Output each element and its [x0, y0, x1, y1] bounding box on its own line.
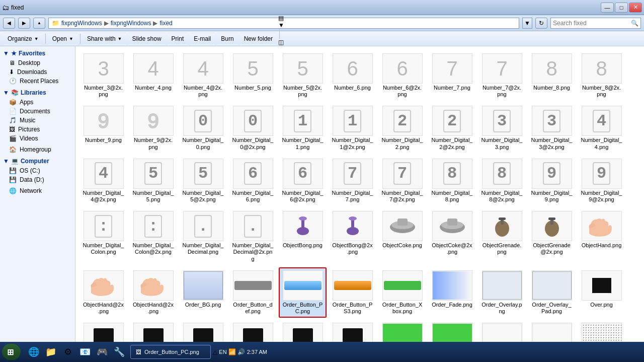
view-layout-button[interactable]: ▤: [278, 15, 284, 22]
active-window-taskbar-btn[interactable]: 🖼 Order_Button_PC.png: [130, 345, 211, 359]
file-item[interactable]: 6Number_Digital_6@2x.png: [279, 156, 327, 206]
forward-button[interactable]: ▶: [18, 18, 30, 29]
sidebar-item-downloads[interactable]: ⬇ Downloads: [0, 67, 75, 77]
file-item[interactable]: ObjectHand@2x.png: [129, 267, 177, 318]
file-item[interactable]: 0Number_Digital_0.png: [179, 103, 227, 153]
search-input[interactable]: [553, 20, 629, 27]
file-item[interactable]: ObjectHand.png: [578, 208, 625, 265]
file-item[interactable]: Order_Fade.png: [428, 267, 476, 318]
open-button[interactable]: Open ▼: [48, 33, 78, 45]
organize-button[interactable]: Organize ▼: [3, 33, 43, 45]
sidebar-item-network[interactable]: 🌐 Network: [0, 186, 75, 195]
file-item[interactable]: .Number_Digital_Decimal@2x.png: [229, 208, 277, 265]
sidebar-item-music[interactable]: 🎵 Music: [0, 116, 75, 125]
file-item[interactable]: ObjectHand@2x.png: [79, 267, 127, 318]
file-item[interactable]: 9Number_Digital_9.png: [528, 156, 576, 206]
slideshow-button[interactable]: Slide show: [128, 33, 166, 45]
start-button[interactable]: ⊞: [2, 344, 21, 360]
file-item[interactable]: ObjectBong@2x.png: [329, 208, 376, 265]
up-button[interactable]: ▲: [33, 18, 45, 29]
file-content[interactable]: 3Number_3@2x.png4Number_4.png4Number_4@2…: [75, 46, 644, 347]
file-item[interactable]: 7Number_7.png: [428, 50, 476, 101]
file-item[interactable]: 0Number_Digital_0@2x.png: [229, 103, 277, 153]
file-item[interactable]: ObjectCoke@2x.png: [428, 208, 476, 265]
file-item[interactable]: 5Number_5.png: [229, 50, 277, 101]
file-item[interactable]: ObjectCoke.png: [378, 208, 426, 265]
file-item[interactable]: Order_BG.png: [179, 267, 227, 318]
sidebar-item-desktop[interactable]: 🖥 Desktop: [0, 58, 75, 67]
file-item[interactable]: 8Number_8@2x.png: [578, 50, 625, 101]
view-size-button[interactable]: ▼: [278, 22, 284, 29]
file-item[interactable]: 4Number_Digital_4@2x.png: [79, 156, 127, 206]
sidebar-item-recent[interactable]: 🕐 Recent Places: [0, 77, 75, 86]
file-item[interactable]: Over.png: [578, 267, 625, 318]
file-item[interactable]: ObjectGrenade@2x.png: [528, 208, 576, 265]
sidebar-item-datadrive[interactable]: 💾 Data (D:): [0, 175, 75, 184]
file-item[interactable]: 7Number_Digital_7.png: [329, 156, 376, 206]
computer-header[interactable]: ▼ 💻 Computer: [0, 156, 75, 166]
minimize-button[interactable]: —: [601, 3, 614, 13]
file-item[interactable]: Order_Overlay_Pad.png: [528, 267, 576, 318]
file-item[interactable]: 9Number_Digital_9@2x.png: [578, 156, 625, 206]
file-item[interactable]: 1Number_Digital_1@2x.png: [329, 103, 376, 153]
file-item[interactable]: 6Number_6@2x.png: [378, 50, 426, 101]
address-dropdown[interactable]: ▼: [522, 18, 532, 29]
file-item[interactable]: 5Number_5@2x.png: [279, 50, 327, 101]
preview-pane-button[interactable]: ◫: [278, 39, 284, 46]
taskbar-app3-icon[interactable]: ⚙: [60, 344, 76, 360]
file-item[interactable]: 1Number_Digital_1.png: [279, 103, 327, 153]
favorites-header[interactable]: ▼ ★ Favorites: [0, 48, 75, 58]
taskbar-ie-icon[interactable]: 🌐: [26, 344, 42, 360]
print-button[interactable]: Print: [167, 33, 189, 45]
sidebar-item-videos[interactable]: 🎬 Videos: [0, 134, 75, 143]
file-item[interactable]: :Number_Digital_Colon@2x.png: [129, 208, 177, 265]
close-button[interactable]: ✕: [629, 3, 642, 13]
file-item[interactable]: 9Number_9.png: [79, 103, 127, 153]
taskbar-app6-icon[interactable]: 🔧: [111, 344, 127, 360]
taskbar-app4-icon[interactable]: 📧: [77, 344, 93, 360]
file-item[interactable]: 9Number_9@2x.png: [129, 103, 177, 153]
file-item[interactable]: 7Number_Digital_7@2x.png: [378, 156, 426, 206]
sidebar-item-osdrive[interactable]: 💾 OS (C:): [0, 166, 75, 175]
search-box[interactable]: 🔍: [550, 18, 641, 29]
file-item[interactable]: Order_Button_def.png: [229, 267, 277, 318]
taskbar-app5-icon[interactable]: 🎮: [94, 344, 110, 360]
file-item[interactable]: 4Number_Digital_4.png: [578, 103, 625, 153]
file-item[interactable]: ObjectBong.png: [279, 208, 327, 265]
file-item[interactable]: 3Number_Digital_3.png: [478, 103, 526, 153]
breadcrumb-3[interactable]: fixed: [159, 20, 172, 27]
file-item[interactable]: 8Number_8.png: [528, 50, 576, 101]
newfolder-button[interactable]: New folder: [239, 33, 277, 45]
clock[interactable]: 2:37 AM: [247, 349, 267, 355]
file-item[interactable]: 2Number_Digital_2.png: [378, 103, 426, 153]
sidebar-item-pictures[interactable]: 🖼 Pictures: [0, 125, 75, 134]
file-item[interactable]: Order_Button_PC.png: [279, 267, 327, 318]
share-button[interactable]: Share with ▼: [83, 33, 127, 45]
file-item[interactable]: 8Number_Digital_8@2x.png: [478, 156, 526, 206]
file-item[interactable]: 4Number_4.png: [129, 50, 177, 101]
file-item[interactable]: 8Number_Digital_8.png: [428, 156, 476, 206]
breadcrumb-1[interactable]: fixpngWindows: [61, 20, 102, 27]
sidebar-item-apps[interactable]: 📦 Apps: [0, 98, 75, 107]
file-item[interactable]: 7Number_7@2x.png: [478, 50, 526, 101]
file-item[interactable]: 2Number_Digital_2@2x.png: [428, 103, 476, 153]
maximize-button[interactable]: □: [615, 3, 628, 13]
breadcrumb-2[interactable]: fixpngWindows: [111, 20, 151, 27]
libraries-header[interactable]: ▼ 📚 Libraries: [0, 88, 75, 98]
file-item[interactable]: :Number_Digital_Colon.png: [79, 208, 127, 265]
file-item[interactable]: 6Number_Digital_6.png: [229, 156, 277, 206]
file-item[interactable]: 6Number_6.png: [329, 50, 376, 101]
refresh-button[interactable]: ↻: [535, 18, 547, 29]
file-item[interactable]: Order_Overlay.png: [478, 267, 526, 318]
file-item[interactable]: Order_Button_Xbox.png: [378, 267, 426, 318]
file-item[interactable]: 5Number_Digital_5@2x.png: [179, 156, 227, 206]
burn-button[interactable]: Burn: [216, 33, 238, 45]
back-button[interactable]: ◀: [3, 18, 15, 29]
file-item[interactable]: 5Number_Digital_5.png: [129, 156, 177, 206]
file-item[interactable]: Order_Button_PS3.png: [329, 267, 376, 318]
file-item[interactable]: 4Number_4@2x.png: [179, 50, 227, 101]
taskbar-explorer-icon[interactable]: 📁: [43, 344, 59, 360]
file-item[interactable]: .Number_Digital_Decimal.png: [179, 208, 227, 265]
file-item[interactable]: 3Number_3@2x.png: [79, 50, 127, 101]
file-item[interactable]: ObjectGrenade.png: [478, 208, 526, 265]
